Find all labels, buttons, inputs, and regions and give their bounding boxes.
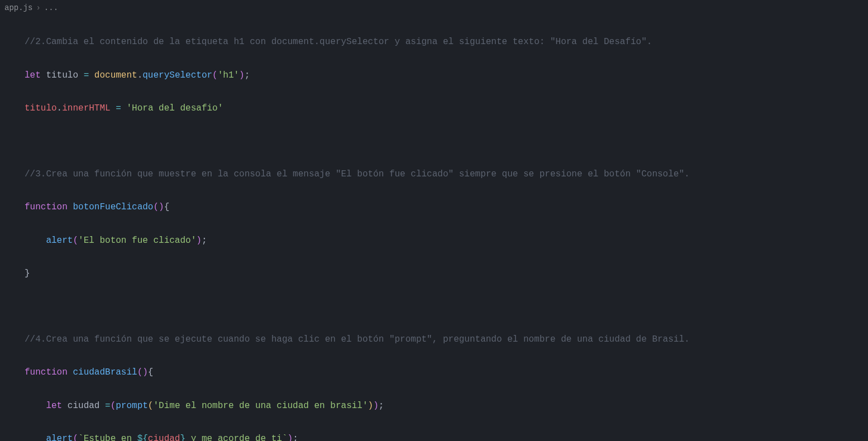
code-paren: ) xyxy=(288,434,293,441)
breadcrumb-separator: › xyxy=(36,1,40,16)
code-var: ciudad xyxy=(62,401,105,411)
code-space xyxy=(111,103,116,113)
code-string: `Estube en xyxy=(78,434,137,441)
code-paren: ) xyxy=(373,401,379,411)
code-funcname: botonFueClicado xyxy=(73,202,153,212)
code-keyword: function xyxy=(25,202,68,212)
code-string: 'Dime el nombre de una ciudad en brasil' xyxy=(153,401,368,411)
code-op: = xyxy=(84,70,89,80)
code-keyword: function xyxy=(25,367,68,377)
code-brace: { xyxy=(148,367,154,377)
code-string: 'Hora del desafio' xyxy=(126,103,223,113)
code-space xyxy=(68,367,73,377)
code-paren: ( xyxy=(212,70,218,80)
code-paren: ( xyxy=(111,401,116,411)
code-prop: innerHTML xyxy=(62,103,110,113)
code-string: 'h1' xyxy=(218,70,239,80)
code-var: titulo xyxy=(25,103,57,113)
breadcrumb-ellipsis[interactable]: ... xyxy=(44,1,58,16)
code-var: document xyxy=(89,70,137,80)
breadcrumb-file[interactable]: app.js xyxy=(4,1,32,16)
code-paren: ) xyxy=(368,401,374,411)
code-punct: ; xyxy=(202,236,207,246)
code-paren: ) xyxy=(159,202,164,212)
code-funcname: ciudadBrasil xyxy=(73,367,137,377)
code-string: 'El boton fue clicado' xyxy=(78,236,196,246)
code-var: titulo xyxy=(41,70,84,80)
code-punct: ; xyxy=(379,401,384,411)
code-editor[interactable]: //2.Cambia el contenido de la etiqueta h… xyxy=(0,17,868,441)
code-func: alert xyxy=(46,434,73,441)
code-var: ciudad xyxy=(148,434,180,441)
code-op: = xyxy=(105,401,111,411)
code-indent xyxy=(25,434,46,441)
code-string: y me acorde de ti` xyxy=(185,434,287,441)
code-comment: //3.Crea una función que muestre en la c… xyxy=(25,169,690,179)
code-func: prompt xyxy=(116,401,148,411)
code-paren: ( xyxy=(73,434,78,441)
code-paren: ( xyxy=(73,236,78,246)
code-comment: //2.Cambia el contenido de la etiqueta h… xyxy=(25,37,652,47)
code-punct: ; xyxy=(245,70,250,80)
line-number-gutter xyxy=(0,18,25,441)
code-template: ${ xyxy=(137,434,148,441)
code-space xyxy=(68,202,73,212)
code-func: alert xyxy=(46,236,73,246)
code-content[interactable]: //2.Cambia el contenido de la etiqueta h… xyxy=(25,18,868,441)
code-func: querySelector xyxy=(142,70,212,80)
code-punct: . xyxy=(137,70,143,80)
breadcrumb[interactable]: app.js › ... xyxy=(0,0,868,17)
code-keyword: let xyxy=(46,401,62,411)
code-punct: . xyxy=(57,103,63,113)
code-brace: } xyxy=(25,269,30,279)
code-keyword: let xyxy=(25,70,41,80)
code-paren: ( xyxy=(153,202,159,212)
code-brace: { xyxy=(164,202,170,212)
code-template: } xyxy=(180,434,185,441)
code-indent xyxy=(25,401,46,411)
code-paren: ) xyxy=(142,367,148,377)
code-op: = xyxy=(116,103,121,113)
code-punct: ; xyxy=(293,434,298,441)
code-paren: ( xyxy=(137,367,143,377)
code-paren: ) xyxy=(196,236,202,246)
code-indent xyxy=(25,236,46,246)
code-paren: ) xyxy=(239,70,245,80)
code-comment: //4.Crea una función que se ejecute cuan… xyxy=(25,334,690,344)
